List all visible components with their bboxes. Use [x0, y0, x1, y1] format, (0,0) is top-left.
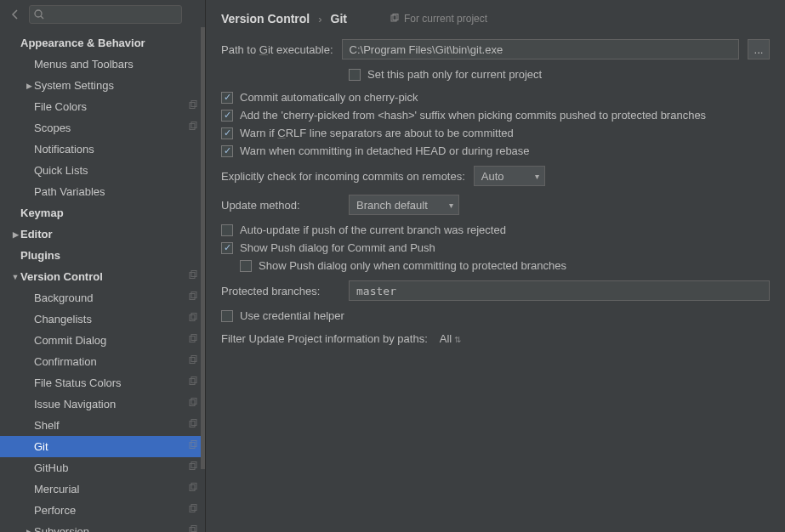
svg-rect-6 — [190, 273, 195, 279]
show-push-dialog-checkbox[interactable] — [221, 242, 233, 254]
update-method-row: Update method: Branch default — [221, 195, 770, 215]
svg-rect-12 — [190, 337, 195, 342]
project-scope-hint: For current project — [390, 13, 487, 25]
svg-rect-15 — [191, 356, 196, 362]
set-path-project-row: Set this path only for current project — [349, 68, 770, 81]
credential-helper-checkbox[interactable] — [221, 310, 233, 322]
warn-detached-row: Warn when committing in detached HEAD or… — [221, 144, 770, 157]
search-input[interactable] — [29, 5, 182, 24]
show-push-dialog-label: Show Push dialog for Commit and Push — [240, 241, 435, 254]
sidebar-item-shelf[interactable]: Shelf — [0, 415, 205, 436]
sidebar-item-editor[interactable]: ▶Editor — [0, 224, 205, 245]
filter-paths-value[interactable]: All — [440, 332, 461, 345]
sidebar-item-scopes[interactable]: Scopes — [0, 117, 205, 139]
copy-icon — [390, 14, 400, 24]
sidebar-item-quick-lists[interactable]: Quick Lists — [0, 160, 205, 181]
svg-rect-31 — [191, 526, 196, 532]
show-push-protected-checkbox[interactable] — [240, 260, 252, 272]
warn-crlf-checkbox[interactable] — [221, 127, 233, 139]
cherry-suffix-checkbox[interactable] — [221, 110, 233, 122]
sidebar-item-file-colors[interactable]: File Colors — [0, 96, 205, 117]
cherry-suffix-row: Add the 'cherry-picked from <hash>' suff… — [221, 109, 770, 122]
path-row: Path to Git executable: ... — [221, 39, 770, 59]
sidebar-item-background[interactable]: Background — [0, 287, 205, 308]
sidebar-item-file-status-colors[interactable]: File Status Colors — [0, 372, 205, 393]
settings-tree[interactable]: Appearance & BehaviorMenus and Toolbars▶… — [0, 29, 205, 532]
copy-icon — [188, 525, 198, 532]
expand-arrow-icon[interactable]: ▶ — [10, 230, 20, 239]
show-push-protected-row: Show Push dialog only when committing to… — [240, 259, 770, 272]
sidebar-item-github[interactable]: GitHub — [0, 457, 205, 478]
sidebar-item-label: Plugins — [20, 249, 198, 262]
back-button[interactable] — [7, 6, 24, 23]
warn-detached-checkbox[interactable] — [221, 145, 233, 157]
svg-rect-8 — [190, 294, 195, 300]
sidebar-item-label: Scopes — [34, 122, 188, 134]
cherry-auto-row: Commit automatically on cherry-pick — [221, 91, 770, 104]
svg-rect-21 — [191, 420, 196, 426]
sidebar-item-label: Changelists — [34, 313, 188, 325]
auto-update-push-label: Auto-update if push of the current branc… — [240, 224, 506, 236]
settings-main-panel: Version Control › Git For current projec… — [206, 0, 785, 532]
sidebar-item-changelists[interactable]: Changelists — [0, 308, 205, 330]
svg-rect-23 — [191, 441, 196, 447]
sidebar-item-confirmation[interactable]: Confirmation — [0, 351, 205, 372]
svg-rect-18 — [190, 400, 195, 406]
expand-arrow-icon[interactable]: ▶ — [24, 528, 34, 533]
sidebar-item-label: Keymap — [20, 207, 198, 219]
update-method-select[interactable]: Branch default — [349, 195, 459, 215]
breadcrumb-sep: › — [318, 13, 321, 25]
copy-icon — [188, 440, 198, 453]
expand-arrow-icon[interactable]: ▼ — [10, 273, 20, 281]
update-method-label: Update method: — [221, 199, 340, 212]
sidebar-item-menus-and-toolbars[interactable]: Menus and Toolbars — [0, 54, 205, 75]
sidebar-item-label: Mercurial — [34, 483, 188, 495]
filter-paths-label: Filter Update Project information by pat… — [221, 332, 428, 345]
copy-icon — [188, 483, 198, 495]
svg-rect-22 — [190, 443, 195, 449]
breadcrumb-parent[interactable]: Version Control — [221, 12, 310, 25]
sidebar-item-appearance-behavior[interactable]: Appearance & Behavior — [0, 32, 205, 54]
protected-branches-input[interactable] — [349, 280, 770, 301]
sidebar-item-subversion[interactable]: ▶Subversion — [0, 521, 205, 532]
sidebar-item-label: Subversion — [34, 525, 188, 532]
explicit-check-select[interactable]: Auto — [474, 166, 545, 186]
git-path-input[interactable] — [342, 39, 739, 59]
path-label: Path to Git executable: — [221, 43, 333, 56]
sidebar-item-issue-navigation[interactable]: Issue Navigation — [0, 393, 205, 415]
sidebar-item-path-variables[interactable]: Path Variables — [0, 181, 205, 202]
sidebar-item-system-settings[interactable]: ▶System Settings — [0, 75, 205, 96]
sidebar-item-notifications[interactable]: Notifications — [0, 139, 205, 160]
filter-paths-row: Filter Update Project information by pat… — [221, 332, 770, 345]
svg-rect-26 — [190, 485, 195, 491]
search-row — [0, 0, 205, 29]
sidebar-item-commit-dialog[interactable]: Commit Dialog — [0, 330, 205, 351]
sidebar-item-perforce[interactable]: Perforce — [0, 500, 205, 521]
expand-arrow-icon[interactable]: ▶ — [24, 82, 34, 90]
explicit-check-label: Explicitly check for incoming commits on… — [221, 170, 465, 183]
svg-rect-10 — [190, 315, 195, 321]
sidebar-item-version-control[interactable]: ▼Version Control — [0, 266, 205, 287]
sidebar-item-label: Menus and Toolbars — [34, 58, 198, 71]
copy-icon — [188, 398, 198, 410]
sidebar-item-keymap[interactable]: Keymap — [0, 202, 205, 224]
copy-icon — [188, 291, 198, 304]
sidebar-item-mercurial[interactable]: Mercurial — [0, 478, 205, 500]
svg-rect-3 — [191, 101, 196, 107]
sidebar-item-plugins[interactable]: Plugins — [0, 245, 205, 266]
warn-crlf-label: Warn if CRLF line separators are about t… — [240, 127, 514, 139]
scrollbar[interactable] — [201, 27, 205, 469]
sidebar-item-git[interactable]: Git — [0, 436, 205, 457]
sidebar-item-label: Notifications — [34, 143, 198, 156]
set-path-project-checkbox[interactable] — [349, 69, 361, 81]
svg-line-1 — [41, 16, 43, 19]
svg-rect-7 — [191, 271, 196, 277]
sidebar-item-label: Background — [34, 291, 188, 304]
copy-icon — [188, 270, 198, 283]
svg-rect-4 — [190, 124, 195, 130]
browse-path-button[interactable]: ... — [748, 39, 770, 59]
auto-update-push-checkbox[interactable] — [221, 224, 233, 236]
copy-icon — [188, 419, 198, 432]
cherry-auto-checkbox[interactable] — [221, 92, 233, 104]
copy-icon — [188, 122, 198, 134]
